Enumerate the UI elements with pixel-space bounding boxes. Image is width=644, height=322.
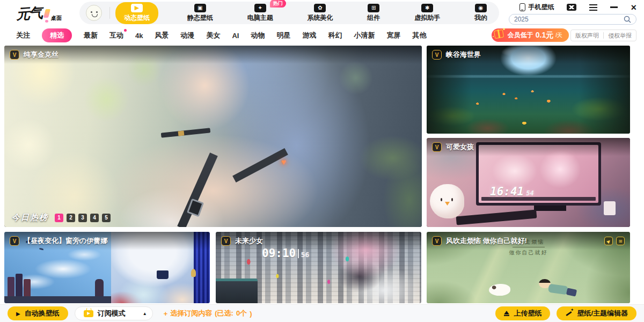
category-label: 互动 [109,31,123,39]
select-subscribe-content-button[interactable]: + 选择订阅内容 (已选: 0个 ) [164,309,252,318]
theme-icon: ✦ [254,4,266,12]
app-window: 元气 桌面 ▶ 动态壁纸 ▣ 静态壁纸 ✦ 电脑主题 热门 [0,0,644,322]
page-button-3[interactable]: 3 [78,214,87,222]
vip-promo-banner[interactable]: 会员低于 0.1元 /天 [492,28,569,42]
logo-subtext: 桌面 [51,14,62,22]
page-button-1[interactable]: 1 [55,214,63,222]
art-bird-eye [441,198,442,201]
promo-text: 会员低于 [508,31,533,40]
category-star[interactable]: 明星 [276,31,290,40]
plus-icon: + [164,310,168,318]
card-header: V 峡谷海世界 [427,46,630,64]
category-beauty[interactable]: 美女 [206,31,220,40]
minimize-icon[interactable] [610,6,618,8]
page-button-2[interactable]: 2 [67,214,75,222]
category-scifi[interactable]: 科幻 [328,31,342,40]
tab-mine[interactable]: ◉ 我的 [469,2,493,24]
search-input[interactable] [514,16,624,23]
tab-system-beautify[interactable]: ✿ 系统美化 [302,2,338,24]
hot-rank-label: 今日热榜 [12,213,48,223]
tab-pc-theme[interactable]: ✦ 电脑主题 热门 [242,2,279,24]
interactive-cursor-badge: ▶ [604,237,613,245]
gift-icon [493,27,506,40]
tab-dynamic-wallpaper[interactable]: ▶ 动态壁纸 [115,2,158,24]
art-choker [161,128,210,138]
category-latest[interactable]: 最新 [84,31,98,40]
feature-badges: ▶ ⊞ [604,237,625,245]
hot-rank-pager: 1 2 3 4 5 [55,214,111,222]
creator-badge-icon: V [432,236,442,246]
menu-icon[interactable] [589,4,597,11]
card-header: V 风吹走烦恼 做你自己就好! ▶ ⊞ [427,232,630,250]
image-icon: ▣ [194,4,206,12]
art-shinchan-shorts [566,288,577,296]
divider [603,32,604,39]
category-4k[interactable]: 4k [135,32,143,40]
search-icon[interactable] [624,16,631,23]
creator-badge-icon: V [221,236,231,246]
wallpaper-card-cute-girl[interactable]: 16:41 54 V 可爱女孩 [427,138,630,227]
subscribe-mode-dropdown[interactable]: 订阅模式 ▲ [75,306,153,320]
video-icon: ▶ [131,4,143,12]
tab-widgets[interactable]: ⊞ 组件 [362,2,385,24]
paw-icon: ✱ [421,4,433,12]
tab-virtual-assistant[interactable]: ✱ 虚拟助手 [409,2,445,24]
category-animal[interactable]: 动物 [251,31,265,40]
creator-badge-icon: V [10,236,19,246]
art-book [16,274,23,296]
art-buckle [178,130,185,136]
category-follow[interactable]: 关注 [16,31,30,40]
category-other[interactable]: 其他 [412,31,426,40]
report-link[interactable]: 侵权举报 [608,32,632,40]
card-title: 峡谷海世界 [446,50,481,60]
featured-wallpaper-card[interactable]: ♥ V 纯享金克丝 今日热榜 1 2 3 4 5 [4,46,422,227]
close-icon[interactable]: × [631,4,636,11]
card-title: 未来少女 [235,236,263,246]
upload-wallpaper-button[interactable]: 上传壁纸 [495,306,550,320]
wallpaper-card-shinchan[interactable]: 风吹走烦恼 做你自己就好 V 风吹走烦恼 做你自己就好! ▶ ⊞ [427,232,630,303]
phone-wallpaper-label: 手机壁纸 [528,3,554,12]
logo-exclamation-icon [43,9,50,23]
auto-change-wallpaper-button[interactable]: ▶ 自动换壁纸 [8,306,68,320]
page-button-5[interactable]: 5 [102,214,111,222]
logo-text: 元气 [16,3,42,24]
search-box[interactable] [509,14,636,25]
wallpaper-card-canyon[interactable]: V 峡谷海世界 [427,46,630,134]
wallpaper-card-future-girl[interactable]: 09:10 56 V 未来少女 [216,232,421,303]
face-icon: ◉ [475,4,487,12]
tab-label: 静态壁纸 [187,13,213,23]
user-avatar[interactable] [86,5,102,21]
grid-icon: ⊞ [619,239,623,244]
promo-unit: /天 [555,32,562,39]
upload-icon [504,311,509,316]
art-windowsill [4,296,111,303]
category-featured[interactable]: 精选 [42,28,72,42]
card-header: V 未来少女 [216,232,421,250]
category-fresh[interactable]: 小清新 [354,31,375,40]
auto-change-label: 自动换壁纸 [25,309,60,318]
card-header: V 纯享金克丝 [4,46,422,64]
selected-count: 0个 [236,309,247,318]
copyright-link[interactable]: 版权声明 [575,32,599,40]
wallpaper-theme-editor-button[interactable]: 壁纸/主题编辑器 [557,306,636,320]
upload-label: 上传壁纸 [514,309,541,318]
card-title: 可爱女孩 [446,142,474,152]
app-logo: 元气 桌面 [16,4,62,23]
art-caption-line2: 做你自己就好 [509,249,548,257]
tab-static-wallpaper[interactable]: ▣ 静态壁纸 [182,2,218,24]
category-anime[interactable]: 动漫 [180,31,194,40]
art-book [8,277,14,296]
divider [109,7,110,19]
category-ai[interactable]: AI [232,32,239,40]
phone-wallpaper-button[interactable]: 手机壁纸 [519,3,554,12]
wallpaper-card-elaina[interactable]: V 【昼夜变化】窗旁の伊蕾娜 [4,232,210,303]
category-interactive[interactable]: 互动 [109,31,123,40]
bottom-toolbar: ▶ 自动换壁纸 订阅模式 ▲ + 选择订阅内容 (已选: 0个 ) 上传壁纸 壁… [0,304,644,322]
mail-icon[interactable] [567,4,576,11]
page-button-4[interactable]: 4 [90,214,99,222]
category-scenery[interactable]: 风景 [155,31,169,40]
tv-icon [84,310,93,317]
category-widescreen[interactable]: 宽屏 [386,31,400,40]
tab-label: 系统美化 [307,13,333,23]
category-game[interactable]: 游戏 [302,31,316,40]
